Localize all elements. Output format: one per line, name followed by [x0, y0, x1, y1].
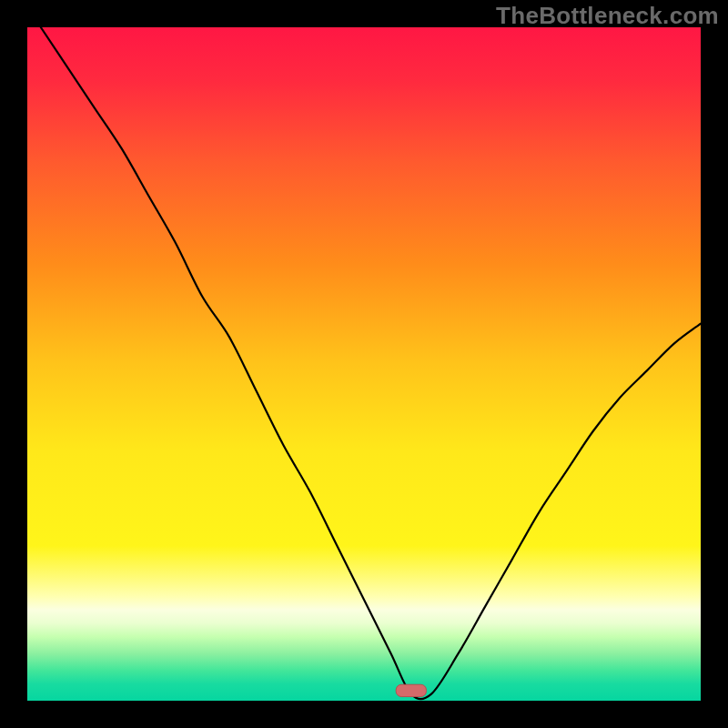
minimum-marker — [396, 684, 426, 696]
chart-svg — [0, 0, 728, 728]
watermark-text: TheBottleneck.com — [496, 2, 719, 30]
chart-frame: TheBottleneck.com — [0, 0, 728, 728]
